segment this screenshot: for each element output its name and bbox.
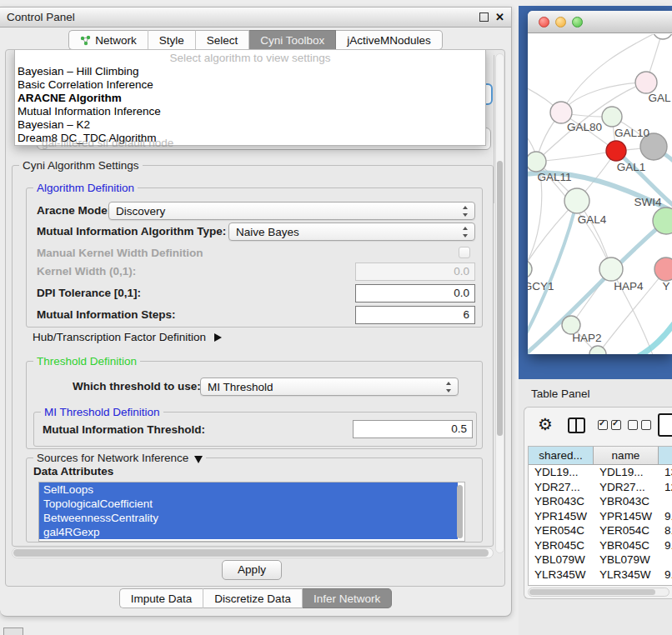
node-gal1[interactable]	[606, 141, 626, 161]
table-cell	[659, 552, 672, 568]
which-threshold-combo[interactable]: MI Threshold	[200, 378, 459, 396]
network-canvas[interactable]: GALGAL80GAL10GAL1GAL11SWI4GAL4GCY1HAP4YH…	[528, 34, 672, 354]
manual-kernel-checkbox[interactable]	[459, 247, 470, 258]
table-row[interactable]: YDR27...YDR27...12	[529, 480, 672, 495]
column-header-a[interactable]: A	[659, 447, 672, 465]
dpi-tolerance-label: DPI Tolerance [0,1]:	[37, 285, 141, 302]
cyni-toolbox-pane: Select algorithm to view settings Bayesi…	[5, 49, 505, 587]
tab-infer-network[interactable]: Infer Network	[303, 588, 392, 608]
network-edge[interactable]	[561, 82, 646, 112]
float-window-icon[interactable]	[479, 12, 489, 22]
algorithm-option-bayesian-hill-climbing[interactable]: Bayesian – Hill Climbing	[15, 65, 485, 78]
data-attributes-label: Data Attributes	[33, 465, 113, 478]
node-gcy1[interactable]	[528, 260, 532, 278]
node-label-gcy1: GCY1	[528, 280, 554, 292]
node-label-hap2: HAP2	[572, 332, 601, 344]
attribute-topologicalcoefficient[interactable]: TopologicalCoefficient	[39, 497, 458, 511]
popup-hint: Select algorithm to view settings	[15, 52, 485, 65]
kernel-width-field: 0.0	[355, 262, 475, 281]
close-traffic-light-icon[interactable]	[539, 17, 549, 28]
table-row[interactable]: YBR045CYBR045C9.	[529, 538, 672, 553]
dpi-tolerance-field[interactable]: 0.0	[355, 284, 475, 302]
mi-threshold-field[interactable]: 0.5	[353, 420, 473, 438]
data-attributes-list[interactable]: SelfLoopsTopologicalCoefficientBetweenne…	[38, 482, 465, 542]
algorithm-option-basic-correlation-inference[interactable]: Basic Correlation Inference	[15, 78, 485, 92]
aracne-mode-label: Aracne Mode:	[37, 202, 111, 219]
deselect-all-icon[interactable]	[628, 420, 651, 430]
table-cell: 12	[659, 480, 672, 495]
table-row[interactable]: YDL19...YDL19...13	[529, 465, 672, 480]
column-header-name[interactable]: name	[594, 447, 659, 465]
file-icon[interactable]	[658, 413, 672, 437]
node-gal10[interactable]	[602, 107, 622, 127]
horizontal-scrollbar[interactable]	[12, 548, 494, 558]
node-gal11[interactable]	[528, 152, 546, 172]
apply-button[interactable]: Apply	[222, 560, 282, 580]
network-graph[interactable]: GALGAL80GAL10GAL1GAL11SWI4GAL4GCY1HAP4YH…	[528, 34, 672, 354]
attribute-betweennesscentrality[interactable]: BetweennessCentrality	[39, 511, 458, 525]
algorithm-option-mutual-information-inference[interactable]: Mutual Information Inference	[15, 105, 485, 118]
attribute-selfloops[interactable]: SelfLoops	[39, 482, 458, 497]
algorithm-option-bayesian-k2[interactable]: Bayesian – K2	[15, 118, 485, 132]
node-gal4[interactable]	[564, 188, 589, 213]
node-hap4[interactable]	[599, 258, 623, 281]
tab-impute-data[interactable]: Impute Data	[119, 588, 204, 608]
hub-definition-toggle[interactable]: Hub/Transcription Factor Definition	[33, 331, 222, 343]
tab-network[interactable]: Network	[68, 30, 148, 50]
gear-icon[interactable]: ⚙	[538, 414, 553, 434]
node-label-gal80: GAL80	[567, 121, 602, 133]
table-horizontal-scrollbar[interactable]	[528, 588, 669, 597]
minimize-traffic-light-icon[interactable]	[555, 17, 566, 28]
vertical-scrollbar-thumb[interactable]	[497, 161, 503, 436]
table-row[interactable]: YIL052CYIL052C9	[529, 582, 672, 586]
zoom-traffic-light-icon[interactable]	[572, 17, 583, 28]
network-edge-highlighted[interactable]	[626, 311, 672, 354]
mi-steps-field[interactable]: 6	[355, 306, 475, 324]
column-layout-icon[interactable]	[568, 418, 585, 433]
mi-threshold-label: Mutual Information Threshold:	[43, 422, 205, 438]
list-scrollbar-thumb[interactable]	[457, 485, 463, 538]
table-row[interactable]: YER054CYER054C8.	[529, 523, 672, 538]
table-cell: 9.	[659, 568, 672, 582]
node-gal[interactable]	[635, 72, 657, 93]
node-unlabeled[interactable]	[653, 34, 672, 39]
control-panel-tabbar: NetworkStyleSelectCyni ToolboxjActiveMNo…	[0, 30, 511, 50]
mi-threshold-definition-group: MI Threshold Definition Mutual Informati…	[33, 412, 477, 447]
select-all-icon[interactable]	[598, 420, 621, 430]
tab-cyni-toolbox[interactable]: Cyni Toolbox	[249, 30, 336, 50]
table-cell: YDL19...	[529, 465, 594, 480]
table-row[interactable]: YPR145WYPR145W9.	[529, 509, 672, 524]
mi-algorithm-type-combo[interactable]: Naive Bayes	[228, 222, 475, 241]
node-table-panel: ⚙ shared...nameA YDL19...YDL19...13YDR27…	[524, 407, 672, 599]
cyni-algorithm-settings-group: Cyni Algorithm Settings Algorithm Defini…	[12, 165, 494, 547]
checked-box-icon	[598, 420, 608, 430]
close-icon[interactable]: ✕	[495, 12, 504, 22]
attribute-gal4rgexp[interactable]: gal4RGexp	[39, 525, 458, 539]
algorithm-option-aracne-algorithm[interactable]: ARACNE Algorithm	[15, 92, 485, 105]
network-edge[interactable]	[536, 151, 616, 162]
vertical-scrollbar[interactable]	[495, 53, 504, 553]
algorithm-definition-group: Algorithm Definition Aracne Mode: Discov…	[26, 188, 483, 328]
table-row[interactable]: YBR043CYBR043C	[529, 494, 672, 509]
node-y[interactable]	[654, 258, 672, 281]
node-label-y: Y	[662, 280, 669, 292]
table-scrollbar-thumb[interactable]	[529, 589, 655, 595]
unchecked-box-icon	[641, 420, 651, 430]
table-row[interactable]: YBL079WYBL079W	[529, 552, 672, 568]
collapsed-panel-icon[interactable]	[3, 628, 23, 635]
aracne-mode-combo[interactable]: Discovery	[108, 202, 475, 220]
window-title: Control Panel	[7, 11, 75, 23]
tab-discretize-data[interactable]: Discretize Data	[203, 588, 303, 608]
table-row[interactable]: YLR345WYLR345W9.	[529, 568, 672, 582]
screen: Control Panel ✕ NetworkStyleSelectCyni T…	[0, 0, 672, 635]
table-cell: YBR045C	[594, 538, 659, 553]
threshold-definition-title: Threshold Definition	[33, 355, 140, 368]
tab-select[interactable]: Select	[196, 30, 250, 50]
table-cell: YDR27...	[594, 480, 659, 495]
network-icon	[80, 35, 91, 46]
sources-title[interactable]: Sources for Network Inference	[33, 452, 206, 464]
tab-style[interactable]: Style	[148, 30, 196, 50]
horizontal-scrollbar-thumb[interactable]	[13, 549, 489, 557]
tab-jactivemnodules[interactable]: jActiveMNodules	[336, 30, 443, 50]
column-header-shared[interactable]: shared...	[529, 447, 594, 465]
